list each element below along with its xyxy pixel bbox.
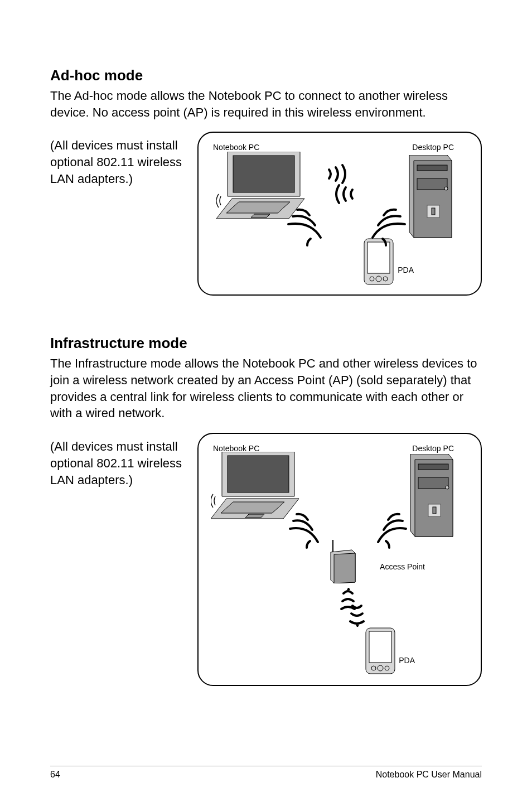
svg-marker-6 — [414, 161, 452, 238]
adhoc-diagram: Notebook PC Desktop PC PDA — [197, 132, 482, 296]
desktop-pc-icon — [403, 155, 453, 239]
svg-marker-23 — [415, 460, 453, 537]
svg-rect-35 — [369, 631, 391, 663]
infrastructure-diagram: Notebook PC Desktop PC Access Point PDA — [197, 433, 482, 686]
section1-paragraph: The Ad-hoc mode allows the Notebook PC t… — [50, 88, 482, 120]
desktop-pc-icon — [404, 454, 454, 538]
section2-title: Infrastructure mode — [50, 335, 482, 352]
svg-rect-8 — [417, 178, 447, 190]
svg-marker-21 — [245, 514, 264, 518]
section1-title: Ad-hoc mode — [50, 67, 482, 84]
wireless-arcs-left-icon — [288, 506, 338, 551]
svg-marker-33 — [356, 625, 359, 627]
vertical-arrows-icon — [336, 588, 369, 627]
wireless-arcs-left-icon — [285, 200, 346, 250]
svg-rect-18 — [228, 456, 289, 492]
section2-paragraph: The Infrastructure mode allows the Noteb… — [50, 355, 482, 422]
svg-point-9 — [444, 187, 448, 190]
infra-ap-label: Access Point — [380, 562, 425, 571]
wireless-arcs-right-icon — [347, 200, 408, 250]
infra-pda-label: PDA — [399, 656, 415, 665]
adhoc-notebook-label: Notebook PC — [213, 143, 259, 152]
svg-rect-25 — [418, 477, 448, 489]
page-footer: 64 Notebook PC User Manual — [50, 766, 482, 780]
svg-rect-7 — [417, 165, 447, 171]
svg-marker-31 — [334, 553, 355, 583]
adhoc-pda-label: PDA — [398, 265, 414, 274]
manual-title: Notebook PC User Manual — [376, 770, 482, 780]
infra-desktop-label: Desktop PC — [412, 444, 454, 453]
svg-rect-1 — [233, 156, 294, 192]
notebook-pc-icon — [211, 452, 300, 530]
wireless-arcs-right-icon — [358, 506, 408, 551]
section1-side-text: (All devices must install optional 802.1… — [50, 132, 190, 296]
section2-side-text: (All devices must install optional 802.1… — [50, 433, 190, 686]
pda-icon — [365, 627, 396, 675]
adhoc-desktop-label: Desktop PC — [412, 143, 454, 152]
svg-rect-28 — [433, 507, 436, 514]
svg-rect-11 — [432, 208, 435, 215]
page-number: 64 — [50, 770, 60, 780]
svg-marker-4 — [251, 214, 270, 218]
svg-rect-24 — [418, 464, 448, 470]
svg-point-26 — [446, 486, 449, 489]
svg-marker-32 — [347, 588, 350, 590]
